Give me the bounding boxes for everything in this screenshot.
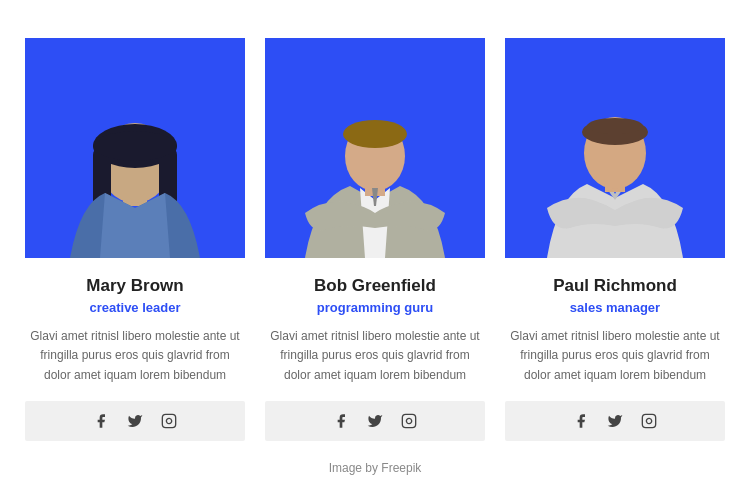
social-bar-mary: [25, 401, 245, 441]
svg-rect-16: [402, 414, 415, 427]
twitter-icon-bob[interactable]: [367, 413, 383, 429]
instagram-icon-paul[interactable]: [641, 413, 657, 429]
member-bio-paul: Glavi amet ritnisl libero molestie ante …: [505, 327, 725, 385]
member-role-paul: sales manager: [570, 300, 660, 315]
member-bio-bob: Glavi amet ritnisl libero molestie ante …: [265, 327, 485, 385]
twitter-icon-mary[interactable]: [127, 413, 143, 429]
svg-rect-23: [642, 414, 655, 427]
twitter-icon-paul[interactable]: [607, 413, 623, 429]
svg-point-7: [93, 131, 177, 161]
social-bar-paul: [505, 401, 725, 441]
photo-bob: [265, 38, 485, 258]
footer-credit: Image by Freepik: [329, 461, 422, 475]
team-card-mary: Mary Brown creative leader Glavi amet ri…: [25, 38, 245, 441]
photo-paul: [505, 38, 725, 258]
instagram-icon-mary[interactable]: [161, 413, 177, 429]
svg-point-22: [587, 118, 643, 134]
member-name-mary: Mary Brown: [86, 276, 183, 296]
facebook-icon-paul[interactable]: [573, 413, 589, 429]
instagram-icon-bob[interactable]: [401, 413, 417, 429]
member-role-mary: creative leader: [89, 300, 180, 315]
social-bar-bob: [265, 401, 485, 441]
member-bio-mary: Glavi amet ritnisl libero molestie ante …: [25, 327, 245, 385]
member-role-bob: programming guru: [317, 300, 433, 315]
team-card-bob: Bob Greenfield programming guru Glavi am…: [265, 38, 485, 441]
svg-rect-9: [162, 414, 175, 427]
facebook-icon-mary[interactable]: [93, 413, 109, 429]
member-name-bob: Bob Greenfield: [314, 276, 436, 296]
team-card-paul: Paul Richmond sales manager Glavi amet r…: [505, 38, 725, 441]
team-grid: Mary Brown creative leader Glavi amet ri…: [20, 38, 730, 441]
member-name-paul: Paul Richmond: [553, 276, 677, 296]
photo-mary: [25, 38, 245, 258]
facebook-icon-bob[interactable]: [333, 413, 349, 429]
svg-point-14: [343, 120, 407, 148]
